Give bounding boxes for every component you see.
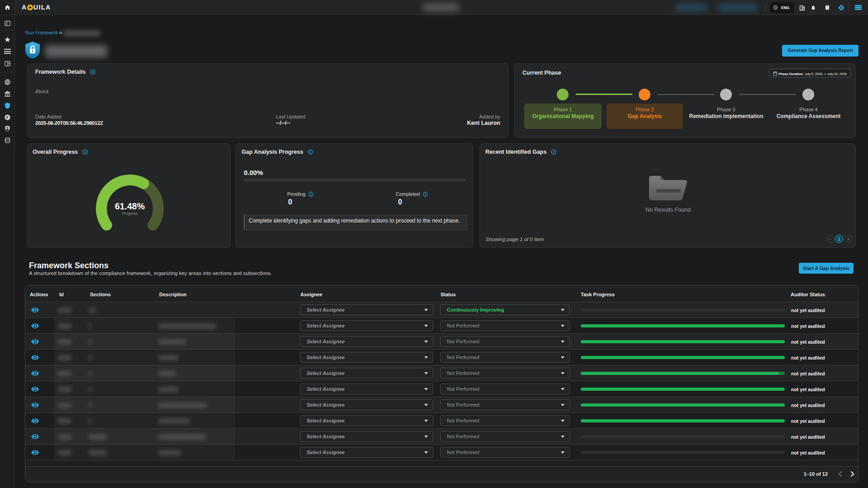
svg-text:61.48%: 61.48% (115, 201, 145, 211)
svg-text:Progress: Progress (122, 211, 138, 216)
